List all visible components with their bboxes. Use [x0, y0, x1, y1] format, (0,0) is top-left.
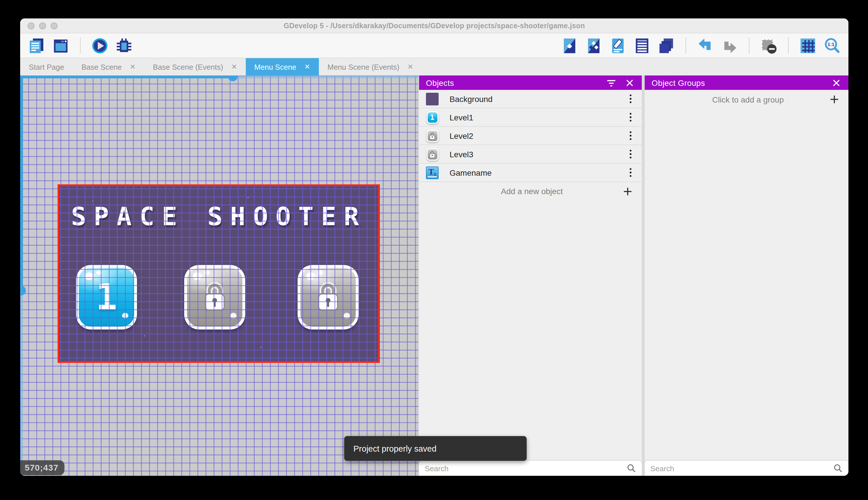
- object-name: Gamename: [449, 168, 630, 177]
- object-name: Background: [449, 94, 630, 103]
- tab-close-icon[interactable]: ✕: [231, 63, 237, 71]
- main-content: SPACE SHOOTER 1: [20, 76, 848, 476]
- h-scroll-thumb[interactable]: [20, 76, 233, 78]
- toolbar-left-group: [28, 37, 132, 54]
- tab-start-page[interactable]: Start Page: [20, 58, 73, 76]
- gloss-dot: [344, 313, 350, 319]
- save-snackbar: Project properly saved: [344, 436, 527, 461]
- text-object-thumbnail: Tx: [426, 166, 438, 179]
- level2-button-object[interactable]: [184, 265, 245, 329]
- groups-panel-empty-space: [645, 109, 848, 461]
- window-title: GDevelop 5 - /Users/dkarakay/Documents/G…: [20, 22, 848, 30]
- lock-icon: [429, 150, 436, 158]
- gloss-dot: [193, 272, 201, 280]
- object-menu-icon[interactable]: [630, 153, 631, 155]
- toolbar: 1:1: [20, 33, 848, 58]
- object-groups-editor-icon[interactable]: [585, 37, 602, 54]
- toolbar-divider: [80, 37, 81, 54]
- instances-list-icon[interactable]: [634, 37, 650, 54]
- object-row-level3[interactable]: Level3: [419, 145, 642, 163]
- search-icon: [833, 464, 843, 473]
- play-icon[interactable]: [92, 37, 108, 54]
- object-menu-icon[interactable]: [630, 135, 631, 137]
- project-manager-icon[interactable]: [28, 37, 45, 54]
- grid-icon[interactable]: [799, 37, 816, 54]
- objects-panel-header: Objects: [419, 76, 642, 90]
- add-object-label: Add a new object: [426, 186, 623, 196]
- toolbar-divider: [788, 37, 788, 54]
- zoom-original-icon[interactable]: 1:1: [824, 37, 840, 54]
- close-panel-icon[interactable]: [624, 78, 635, 88]
- game-scene-area[interactable]: SPACE SHOOTER 1: [58, 184, 380, 363]
- groups-search-box[interactable]: [645, 461, 848, 476]
- tab-close-icon[interactable]: ✕: [305, 63, 310, 71]
- tab-base-scene-events[interactable]: Base Scene (Events) ✕: [144, 58, 246, 76]
- objects-search-box[interactable]: [419, 461, 642, 476]
- object-name: Level1: [449, 113, 630, 122]
- plus-icon[interactable]: [623, 186, 633, 196]
- tab-menu-scene[interactable]: Menu Scene ✕: [246, 58, 319, 76]
- objects-search-input[interactable]: [425, 464, 627, 473]
- v-scroll-knob[interactable]: [20, 286, 26, 296]
- gloss-dot: [230, 313, 237, 319]
- plus-icon[interactable]: [830, 94, 839, 104]
- tab-label: Base Scene: [81, 62, 122, 71]
- object-row-gamename[interactable]: Tx Gamename: [419, 163, 642, 182]
- object-menu-icon[interactable]: [630, 116, 631, 118]
- scene-stars: [58, 184, 59, 185]
- object-row-level1[interactable]: 1 Level1: [419, 108, 642, 127]
- level1-button-thumbnail: 1: [426, 111, 438, 124]
- gloss-dot: [306, 272, 315, 280]
- window-mask-icon[interactable]: [760, 37, 777, 54]
- object-menu-icon[interactable]: [630, 98, 631, 100]
- objects-panel-title: Objects: [426, 78, 598, 87]
- scene-editor-canvas[interactable]: SPACE SHOOTER 1: [20, 76, 419, 476]
- tab-menu-scene-events[interactable]: Menu Scene (Events) ✕: [319, 58, 422, 76]
- locked-button-thumbnail: [426, 129, 438, 142]
- level3-button-object[interactable]: [297, 265, 359, 329]
- tab-close-icon[interactable]: ✕: [408, 63, 413, 71]
- gloss-dot: [318, 270, 323, 275]
- debug-icon[interactable]: [116, 37, 132, 54]
- add-group-button[interactable]: Click to add a group: [645, 90, 848, 109]
- object-row-background[interactable]: Background: [419, 90, 642, 108]
- snackbar-message: Project properly saved: [353, 444, 437, 453]
- tab-base-scene[interactable]: Base Scene ✕: [73, 58, 144, 76]
- object-groups-panel-header: Object Groups: [645, 76, 848, 90]
- object-groups-panel: Object Groups Click to add a group: [645, 76, 848, 476]
- objects-panel-empty-space: [419, 201, 642, 461]
- undo-icon[interactable]: [697, 37, 714, 54]
- horizontal-scrollbar[interactable]: [20, 76, 419, 78]
- scene-game-title-object[interactable]: SPACE SHOOTER: [58, 202, 380, 231]
- level1-digit: 1: [79, 276, 134, 318]
- tab-label: Start Page: [29, 62, 64, 71]
- toolbar-divider: [685, 37, 686, 54]
- tab-label: Base Scene (Events): [153, 62, 223, 71]
- toolbar-divider: [749, 37, 749, 54]
- object-row-level2[interactable]: Level2: [419, 127, 642, 145]
- search-icon: [627, 464, 636, 473]
- objects-editor-icon[interactable]: [561, 37, 578, 54]
- object-groups-panel-title: Object Groups: [652, 78, 823, 87]
- locked-button-thumbnail: [426, 148, 438, 160]
- tab-close-icon[interactable]: ✕: [130, 63, 136, 71]
- gloss-dot: [96, 270, 101, 275]
- background-thumbnail: [426, 92, 438, 105]
- h-scroll-knob[interactable]: [228, 76, 238, 81]
- cursor-coordinates-badge: 570;437: [20, 460, 64, 475]
- screenshot-root: GDevelop 5 - /Users/dkarakay/Documents/G…: [0, 0, 868, 500]
- vertical-scrollbar[interactable]: [20, 76, 23, 476]
- close-panel-icon[interactable]: [831, 78, 842, 88]
- filter-icon[interactable]: [606, 78, 617, 88]
- tab-label: Menu Scene: [255, 62, 296, 71]
- redo-icon[interactable]: [721, 37, 738, 54]
- v-scroll-thumb[interactable]: [20, 76, 23, 291]
- level1-button-object[interactable]: 1: [76, 265, 137, 329]
- scenes-icon[interactable]: [52, 37, 69, 54]
- add-object-button[interactable]: Add a new object: [419, 182, 642, 201]
- object-name: Level3: [449, 149, 630, 159]
- groups-search-input[interactable]: [650, 464, 833, 473]
- properties-icon[interactable]: [610, 37, 626, 54]
- layers-icon[interactable]: [658, 37, 675, 54]
- object-menu-icon[interactable]: [630, 172, 631, 173]
